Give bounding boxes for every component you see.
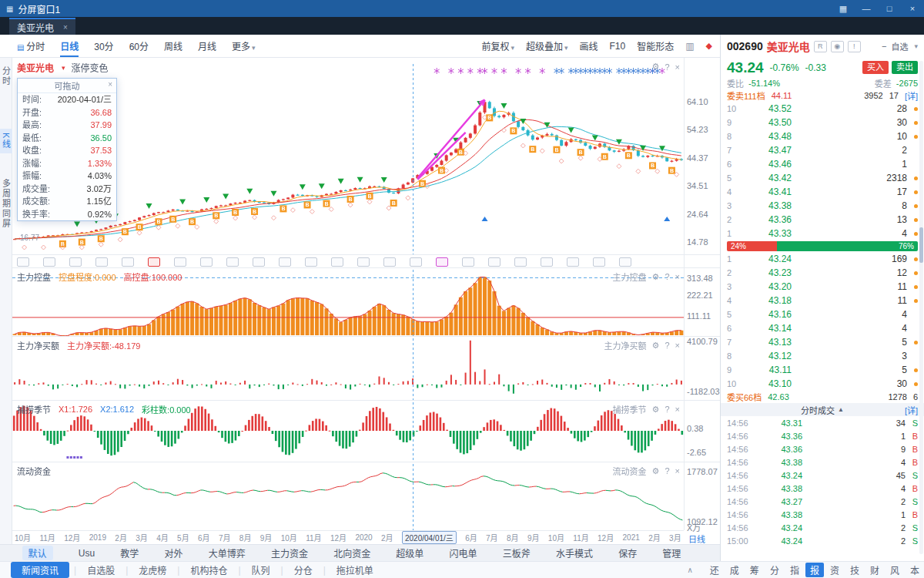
help-icon[interactable]: ? (665, 341, 669, 350)
bid-row[interactable]: 943.115 (721, 363, 924, 377)
tab-close-icon[interactable]: × (63, 23, 68, 32)
tick-row[interactable]: 14:5643.384B (721, 455, 924, 469)
watchlist-selector[interactable]: 自选 (891, 40, 908, 52)
toolbar-item-日线[interactable]: 日线 (60, 35, 79, 57)
indicator-chip[interactable] (593, 257, 605, 267)
alert-icon[interactable]: ! (848, 41, 861, 52)
bid-row[interactable]: 243.2312 (721, 266, 924, 280)
indicator-chip[interactable] (331, 257, 343, 267)
layout-grid-icon[interactable]: ▦ (838, 4, 849, 14)
right-tab-还[interactable]: 还 (705, 563, 724, 577)
indicator-chip[interactable] (43, 257, 55, 267)
strategy-tab-闪电单[interactable]: 闪电单 (450, 546, 477, 560)
ask-row[interactable]: 243.3613 (721, 213, 924, 227)
ldzj-canvas[interactable] (12, 462, 684, 530)
indicator-chip[interactable] (383, 257, 396, 267)
toolbar-item-前复权[interactable]: 前复权▾ (481, 35, 514, 57)
left-strip-item-K线[interactable]: K线 (0, 129, 13, 153)
bid-row[interactable]: 1043.1030 (721, 377, 924, 391)
toolbar-item-周线[interactable]: 周线 (164, 35, 182, 57)
help-icon[interactable]: ? (665, 62, 669, 72)
bid-row[interactable]: 443.1811 (721, 294, 924, 307)
indicator-chip[interactable] (174, 257, 186, 267)
tick-row[interactable]: 14:5643.3134S (721, 416, 924, 429)
strategy-tab-三板斧[interactable]: 三板斧 (503, 546, 531, 560)
detail-link[interactable]: [详] (905, 89, 918, 102)
right-tab-报[interactable]: 报 (805, 563, 824, 577)
tooltip-drag-handle[interactable]: 可拖动 × (18, 79, 116, 93)
indicator-chip[interactable] (305, 257, 317, 267)
right-tab-风[interactable]: 风 (886, 563, 904, 577)
indicator-chip[interactable] (69, 257, 82, 267)
close-pane-icon[interactable]: × (675, 62, 680, 72)
minimize-panel-icon[interactable]: − (882, 42, 886, 51)
strategy-tab-主力资金[interactable]: 主力资金 (271, 546, 308, 560)
strategy-tab-管理[interactable]: 管理 (662, 546, 681, 560)
strategy-tab-教学[interactable]: 教学 (120, 546, 139, 560)
close-pane-icon[interactable]: × (675, 341, 680, 350)
limit-color-toggle[interactable]: 涨停变色 (72, 61, 109, 74)
right-tab-资[interactable]: 资 (825, 563, 844, 577)
close-icon[interactable]: × (907, 4, 918, 14)
right-tab-技[interactable]: 技 (845, 563, 864, 577)
panel-collapse-icon[interactable]: ∧ (688, 566, 702, 574)
ticks-detail-link[interactable]: [详] (905, 404, 918, 416)
sell-button[interactable]: 卖出 (892, 61, 918, 74)
quote-scrollbar-track[interactable] (919, 61, 923, 554)
right-tab-筹[interactable]: 筹 (745, 563, 764, 577)
left-strip-item-多周期同屏[interactable]: 多周期同屏 (0, 175, 13, 233)
bottom-nav-自选股[interactable]: 自选股 (76, 563, 126, 576)
kline-tooltip[interactable]: 可拖动 × 时间:2020-04-01/三开盘:36.68最高:37.99最低:… (17, 78, 117, 221)
ask-row[interactable]: 843.4810 (721, 129, 924, 143)
toolbar-item-月线[interactable]: 月线 (198, 35, 216, 57)
tick-row[interactable]: 14:5643.381B (721, 508, 924, 521)
indicator-chip[interactable] (200, 257, 213, 267)
right-tab-指[interactable]: 指 (785, 563, 804, 577)
sort-up-icon[interactable]: ▲ (838, 406, 844, 413)
stamp-icon[interactable]: ◆ (706, 41, 712, 51)
tick-row[interactable]: 15:0043.242S (721, 534, 924, 547)
settings-icon[interactable]: ⚙ (652, 62, 660, 72)
toolbar-item-超级叠加[interactable]: 超级叠加▾ (526, 35, 568, 57)
settings-icon[interactable]: ⚙ (652, 272, 660, 282)
indicator-chip[interactable] (436, 257, 448, 267)
indicator-chip[interactable] (488, 257, 500, 267)
bid-row[interactable]: 643.144 (721, 321, 924, 335)
toolbar-item-画线[interactable]: 画线 (579, 35, 598, 57)
tick-row[interactable]: 14:5643.2445S (721, 469, 924, 482)
layout-icon[interactable]: ▥ (685, 41, 694, 52)
toolbar-item-更多[interactable]: 更多▾ (232, 35, 256, 57)
help-icon[interactable]: ? (665, 405, 669, 414)
close-pane-icon[interactable]: × (675, 272, 680, 281)
indicator-chip[interactable] (541, 257, 553, 267)
strategy-tab-默认[interactable]: 默认 (22, 546, 53, 560)
strategy-tab-对外[interactable]: 对外 (165, 546, 183, 560)
left-strip-item-分时[interactable]: 分时 (0, 62, 13, 90)
right-tab-财[interactable]: 财 (865, 563, 884, 577)
indicator-chip[interactable] (253, 257, 265, 267)
bid-row[interactable]: 543.164 (721, 307, 924, 321)
toolbar-item-分时[interactable]: 分时 (17, 35, 45, 57)
strategy-tab-Usu[interactable]: Usu (79, 548, 95, 559)
close-pane-icon[interactable]: × (675, 405, 680, 414)
toolbar-item-智能形态[interactable]: 智能形态 (637, 35, 674, 57)
indicator-chip[interactable] (17, 257, 29, 267)
strategy-tab-超级单[interactable]: 超级单 (396, 546, 424, 560)
close-pane-icon[interactable]: × (675, 466, 680, 476)
indicator-chip[interactable] (357, 257, 370, 267)
ask-row[interactable]: 343.388 (721, 199, 924, 213)
tick-row[interactable]: 14:5643.369B (721, 442, 924, 455)
ask-row[interactable]: 143.334 (721, 227, 924, 240)
bid-row[interactable]: 843.123 (721, 349, 924, 363)
ask-row[interactable]: 443.4117 (721, 185, 924, 199)
buy-button[interactable]: 买入 (862, 61, 889, 74)
strategy-tab-保存[interactable]: 保存 (618, 546, 637, 560)
camera-icon[interactable]: ◉ (831, 41, 844, 52)
ask-row[interactable]: 743.472 (721, 143, 924, 157)
indicator-chip[interactable] (410, 257, 422, 267)
indicator-chip[interactable] (619, 257, 631, 267)
tick-row[interactable]: 14:5643.361B (721, 429, 924, 442)
bid-row[interactable]: 343.2011 (721, 280, 924, 294)
bottom-nav-分仓[interactable]: 分仓 (283, 563, 323, 576)
toolbar-item-60分[interactable]: 60分 (129, 35, 149, 57)
